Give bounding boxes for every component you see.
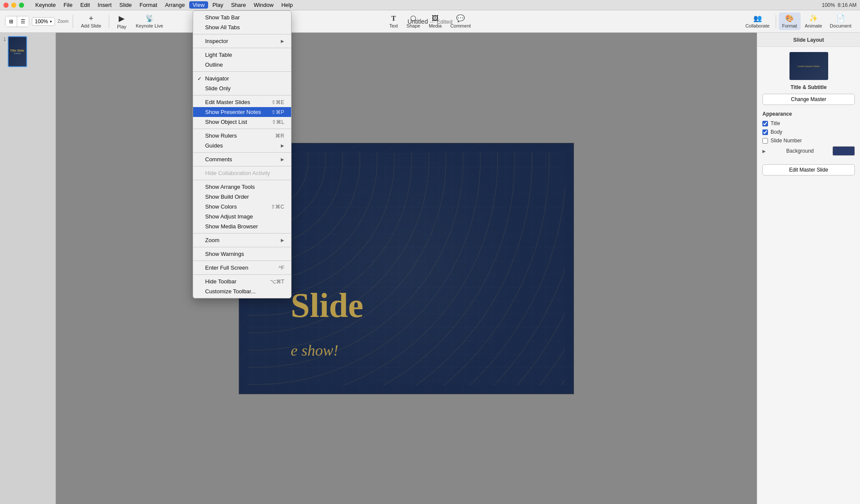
menu-arrange[interactable]: Arrange [162,1,188,9]
background-triangle-icon: ▶ [762,149,766,154]
menu-item-zoom[interactable]: Zoom ▶ [193,235,291,245]
separator-5 [193,129,291,129]
full-screen-shortcut: ^F [272,265,284,271]
collaborate-button[interactable]: 👥 Collaborate [742,12,773,30]
menu-navigator-label: Navigator [205,75,284,82]
maximize-button[interactable] [19,3,24,8]
edit-master-shortcut: ⇧⌘E [264,99,284,105]
play-label: Play [117,24,126,29]
animate-icon: ✨ [809,14,818,22]
menu-guides-label: Guides [205,142,281,149]
menu-item-show-tab-bar[interactable]: Show Tab Bar [193,12,291,22]
background-color-swatch[interactable] [832,146,855,156]
menu-item-show-warnings[interactable]: Show Warnings [193,249,291,259]
right-panel-content: Lorem Ipsum Dolor Title & Subtitle Chang… [757,47,860,504]
menu-item-show-colors[interactable]: Show Colors ⇧⌘C [193,202,291,212]
menu-insert[interactable]: Insert [94,1,115,9]
menu-item-show-media-browser[interactable]: Show Media Browser [193,221,291,231]
slide-item[interactable]: 1 Title Slide Subtitle [3,36,52,67]
menu-item-comments[interactable]: Comments ▶ [193,154,291,164]
add-slide-button[interactable]: + Add Slide [77,13,104,30]
separator-4 [193,95,291,95]
document-icon: 📄 [836,14,845,22]
edit-master-button[interactable]: Edit Master Slide [762,164,855,175]
menu-item-customize-toolbar[interactable]: Customize Toolbar... [193,286,291,296]
menu-item-slide-only[interactable]: Slide Only [193,83,291,93]
separator-11 [193,261,291,261]
keynote-live-button[interactable]: 📡 Keynote Live [132,12,167,30]
change-master-button[interactable]: Change Master [762,94,855,105]
document-button[interactable]: 📄 Document [826,12,855,30]
menu-item-outline[interactable]: Outline [193,60,291,70]
guides-arrow-icon: ▶ [281,143,284,148]
separator-3 [193,71,291,72]
separator-10 [193,247,291,247]
canvas-area[interactable]: Slide e show! [56,33,757,504]
menu-show-all-tabs-label: Show All Tabs [205,24,284,31]
text-button[interactable]: T Text [386,13,401,30]
body-checkbox-label: Body [771,129,782,135]
keynote-live-icon: 📡 [145,14,154,22]
menu-item-show-presenter-notes[interactable]: Show Presenter Notes ⇧⌘P [193,107,291,117]
menu-play[interactable]: Play [209,1,227,9]
menu-item-show-object-list[interactable]: Show Object List ⇧⌘L [193,117,291,127]
menu-slide[interactable]: Slide [116,1,135,9]
text-icon: T [391,15,396,22]
document-label: Document [830,23,851,28]
format-label: Format [782,23,797,28]
menu-help[interactable]: Help [278,1,296,9]
separator-7 [193,166,291,166]
play-icon: ▶ [119,14,125,23]
zoom-control[interactable]: 100% ▾ [32,17,55,26]
menu-item-show-arrange-tools[interactable]: Show Arrange Tools [193,182,291,192]
add-slide-icon: + [89,15,94,22]
collaborate-label: Collaborate [745,23,769,28]
menu-item-edit-master-slides[interactable]: Edit Master Slides ⇧⌘E [193,97,291,107]
view-list-button[interactable]: ☰ [17,16,29,27]
separator [73,15,73,28]
menu-bar-left: Keynote File Edit Insert Slide Format Ar… [3,1,296,9]
menu-zoom-label: Zoom [205,237,281,243]
menu-item-enter-full-screen[interactable]: Enter Full Screen ^F [193,263,291,273]
menu-item-light-table[interactable]: Light Table [193,50,291,60]
menu-view[interactable]: View [189,1,208,9]
body-checkbox[interactable] [762,129,768,135]
menu-item-inspector[interactable]: Inspector ▶ [193,36,291,46]
menu-file[interactable]: File [60,1,76,9]
animate-button[interactable]: ✨ Animate [802,12,826,30]
menu-share[interactable]: Share [227,1,249,9]
navigator-checkmark-icon: ✓ [197,76,202,82]
menu-keynote[interactable]: Keynote [32,1,59,9]
title-checkbox-label: Title [771,120,780,126]
play-button[interactable]: ▶ Play [114,12,129,31]
slide-thumbnail[interactable]: Title Slide Subtitle [8,36,27,67]
menu-hide-collaboration-label: Hide Collaboration Activity [205,170,284,176]
menu-item-show-rulers[interactable]: Show Rulers ⌘R [193,131,291,141]
menu-item-show-adjust-image[interactable]: Show Adjust Image [193,212,291,221]
doc-status-text: Edited [436,18,452,25]
menu-edit[interactable]: Edit [77,1,93,9]
menu-window[interactable]: Window [250,1,277,9]
menu-item-hide-toolbar[interactable]: Hide Toolbar ⌥⌘T [193,277,291,286]
document-title: Untitled — Edited [408,18,453,25]
slide-number-checkbox[interactable] [762,138,768,144]
menu-item-guides[interactable]: Guides ▶ [193,141,291,151]
menu-format[interactable]: Format [136,1,161,9]
menu-slide-only-label: Slide Only [205,85,284,92]
background-label: Background [786,148,814,154]
close-button[interactable] [3,3,9,8]
slide-main-text: Slide [291,286,363,325]
text-label: Text [389,23,398,28]
separator2 [109,15,109,28]
view-grid-button[interactable]: ⊞ [6,16,17,27]
menu-show-media-browser-label: Show Media Browser [205,223,284,230]
menu-edit-master-slides-label: Edit Master Slides [205,99,264,105]
minimize-button[interactable] [11,3,16,8]
background-row: ▶ Background [762,146,855,156]
menu-item-navigator[interactable]: ✓ Navigator [193,74,291,83]
menu-item-show-build-order[interactable]: Show Build Order [193,192,291,202]
format-button[interactable]: 🎨 Format [779,12,801,30]
title-checkbox[interactable] [762,121,768,126]
menu-item-show-all-tabs[interactable]: Show All Tabs [193,22,291,32]
menu-item-hide-collaboration[interactable]: Hide Collaboration Activity [193,168,291,178]
